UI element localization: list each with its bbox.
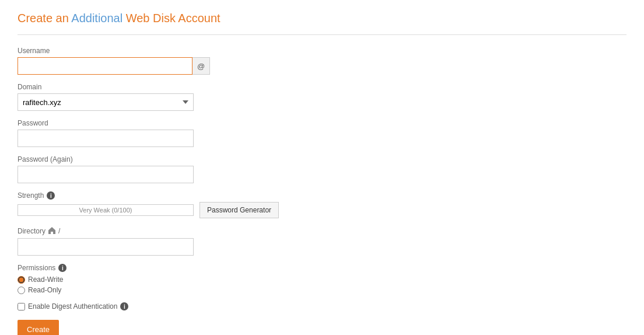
- strength-label-row: Strength i: [18, 191, 626, 200]
- permissions-info-icon: i: [58, 264, 66, 272]
- read-only-option: Read-Only: [18, 286, 626, 294]
- domain-label: Domain: [18, 83, 626, 91]
- page-title: Create an Additional Web Disk Account: [18, 12, 626, 25]
- username-row: @: [18, 57, 626, 75]
- at-sign-button[interactable]: @: [192, 57, 210, 75]
- password-again-group: Password (Again): [18, 155, 626, 183]
- strength-bar: Very Weak (0/100): [18, 204, 194, 216]
- permissions-group: Permissions i Read-Write Read-Only: [18, 264, 626, 294]
- directory-label: Directory: [18, 227, 46, 235]
- username-input[interactable]: [18, 57, 192, 75]
- directory-label-row: Directory /: [18, 226, 626, 236]
- read-write-option: Read-Write: [18, 275, 626, 284]
- permissions-radio-group: Read-Write Read-Only: [18, 275, 626, 294]
- strength-text: Very Weak (0/100): [79, 207, 132, 214]
- create-button[interactable]: Create: [18, 320, 59, 335]
- strength-label: Strength: [18, 191, 44, 200]
- password-group: Password: [18, 119, 626, 147]
- section-divider: [18, 34, 626, 35]
- digest-auth-label: Enable Digest Authentication: [28, 302, 117, 310]
- directory-group: Directory /: [18, 226, 626, 256]
- digest-auth-row: Enable Digest Authentication i: [18, 302, 626, 310]
- domain-select[interactable]: rafitech.xyz: [18, 93, 194, 111]
- strength-info-icon: i: [47, 191, 55, 200]
- password-generator-button[interactable]: Password Generator: [200, 202, 279, 218]
- password-input[interactable]: [18, 130, 194, 147]
- strength-group: Strength i Very Weak (0/100) Password Ge…: [18, 191, 626, 218]
- read-only-label: Read-Only: [28, 286, 61, 294]
- directory-input[interactable]: [18, 238, 194, 256]
- username-label: Username: [18, 47, 626, 55]
- home-icon: [48, 226, 56, 236]
- read-write-label: Read-Write: [28, 275, 63, 284]
- title-plain: Create an: [18, 12, 71, 25]
- password-label: Password: [18, 119, 626, 127]
- password-again-input[interactable]: [18, 166, 194, 183]
- title-highlight: Additional: [71, 12, 123, 25]
- read-only-radio[interactable]: [18, 287, 25, 294]
- password-again-label: Password (Again): [18, 155, 626, 163]
- directory-slash: /: [58, 227, 60, 235]
- digest-auth-info-icon: i: [120, 302, 128, 310]
- permissions-label-row: Permissions i: [18, 264, 626, 272]
- domain-group: Domain rafitech.xyz: [18, 83, 626, 111]
- username-group: Username @: [18, 47, 626, 75]
- read-write-radio[interactable]: [18, 276, 25, 284]
- permissions-label: Permissions: [18, 264, 55, 272]
- title-rest: Web Disk Account: [123, 12, 220, 25]
- digest-auth-checkbox[interactable]: [18, 303, 25, 310]
- strength-row: Very Weak (0/100) Password Generator: [18, 202, 626, 218]
